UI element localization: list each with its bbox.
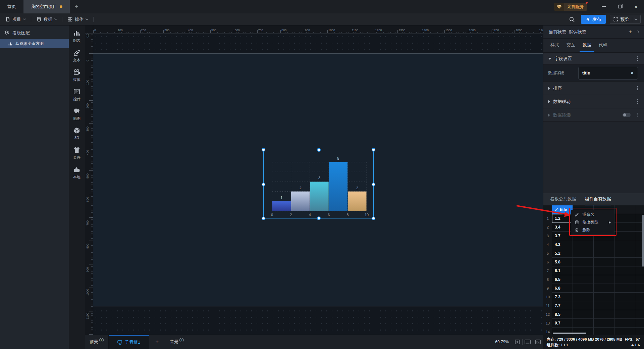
- cell-empty[interactable]: [573, 301, 594, 310]
- cell-empty[interactable]: [635, 266, 644, 275]
- section-data-linkage[interactable]: 数据联动: [543, 95, 644, 108]
- new-tab-button[interactable]: +: [70, 0, 83, 13]
- cell-empty[interactable]: [594, 284, 614, 293]
- tab-home[interactable]: 首页: [0, 0, 23, 13]
- selected-chart-component[interactable]: 123520246810: [263, 150, 374, 218]
- add-state-button[interactable]: +: [625, 29, 635, 35]
- cell-empty[interactable]: [614, 310, 635, 319]
- cell-empty[interactable]: [614, 214, 635, 223]
- cell-empty[interactable]: [594, 240, 614, 249]
- cell-title[interactable]: 7.7: [552, 301, 573, 310]
- selection-handle[interactable]: [262, 183, 265, 186]
- cell-empty[interactable]: [614, 328, 635, 335]
- console-button[interactable]: [533, 335, 543, 349]
- column-header-title[interactable]: title: [552, 205, 573, 214]
- minimize-button[interactable]: [596, 0, 612, 13]
- cell-empty[interactable]: [573, 266, 594, 275]
- cell-title[interactable]: 6.5: [552, 275, 573, 284]
- custom-service-badge[interactable]: 定制服务: [554, 3, 587, 11]
- fit-screen-button[interactable]: [512, 335, 522, 349]
- cell-title[interactable]: 1.2: [552, 214, 573, 223]
- cell-empty[interactable]: [614, 258, 635, 266]
- add-subboard-button[interactable]: +: [149, 335, 165, 349]
- data-field-input[interactable]: title ✕: [578, 67, 638, 80]
- context-menu-rename[interactable]: 重命名: [571, 211, 614, 218]
- foreground-button[interactable]: 前景 +: [85, 335, 108, 349]
- cell-empty[interactable]: [594, 301, 614, 310]
- tool-3d[interactable]: 3D: [69, 127, 85, 146]
- clear-icon[interactable]: ✕: [630, 70, 634, 76]
- cell-empty[interactable]: [573, 249, 594, 258]
- cell-title[interactable]: 5.8: [552, 258, 573, 266]
- chevron-right-icon[interactable]: [636, 31, 639, 33]
- cell-empty[interactable]: [614, 293, 635, 301]
- design-canvas[interactable]: 0100200300400500600700800900100011001200…: [85, 26, 543, 349]
- cell-empty[interactable]: [635, 328, 644, 335]
- cell-empty[interactable]: [594, 328, 614, 335]
- filter-toggle[interactable]: [623, 113, 631, 117]
- cell-empty[interactable]: [594, 275, 614, 284]
- publish-button[interactable]: 发布: [581, 15, 606, 24]
- cell-empty[interactable]: [594, 319, 614, 328]
- section-sort[interactable]: 排序: [543, 82, 644, 95]
- cell-title[interactable]: 5.2: [552, 249, 573, 258]
- cell-empty[interactable]: [635, 275, 644, 284]
- cell-empty[interactable]: [635, 319, 644, 328]
- cell-empty[interactable]: [614, 240, 635, 249]
- tool-map[interactable]: 地图: [69, 107, 85, 127]
- maximize-button[interactable]: [612, 0, 628, 13]
- cell-empty[interactable]: [594, 266, 614, 275]
- cell-title[interactable]: 9.7: [552, 319, 573, 328]
- cell-empty[interactable]: [573, 293, 594, 301]
- cell-empty[interactable]: [614, 223, 635, 232]
- cell-empty[interactable]: [635, 293, 644, 301]
- cell-empty[interactable]: [573, 284, 594, 293]
- tool-media[interactable]: 媒体: [69, 68, 85, 88]
- tab-style[interactable]: 样式: [547, 39, 562, 52]
- menu-data[interactable]: 数据: [31, 13, 62, 25]
- subboard-tab[interactable]: 子看板1: [109, 335, 149, 349]
- selection-handle[interactable]: [317, 148, 321, 152]
- menu-actions[interactable]: 操作: [62, 13, 93, 25]
- horizontal-scrollbar[interactable]: [553, 333, 586, 334]
- vertical-scrollbar[interactable]: [642, 215, 644, 267]
- tab-interaction[interactable]: 交互: [564, 39, 578, 52]
- add-background-icon[interactable]: +: [179, 338, 184, 342]
- cell-empty[interactable]: [573, 275, 594, 284]
- kebab-menu-icon[interactable]: [637, 101, 638, 102]
- tool-charts[interactable]: 图表: [69, 30, 85, 49]
- selection-handle[interactable]: [372, 148, 375, 152]
- cell-empty[interactable]: [594, 293, 614, 301]
- search-button[interactable]: [569, 16, 575, 22]
- layer-item-histogram[interactable]: 基础渐变直方图: [0, 39, 69, 48]
- selection-handle[interactable]: [317, 216, 321, 220]
- tool-kits[interactable]: 套件: [69, 146, 85, 166]
- cell-title[interactable]: 3.4: [552, 223, 573, 232]
- preview-button[interactable]: 预览: [610, 15, 641, 24]
- cell-title[interactable]: 6.1: [552, 266, 573, 275]
- cell-title[interactable]: 8.5: [552, 310, 573, 319]
- close-button[interactable]: ×: [628, 0, 644, 13]
- tab-code[interactable]: 代码: [596, 39, 610, 52]
- cell-empty[interactable]: [573, 310, 594, 319]
- cell-title[interactable]: 4.3: [552, 240, 573, 249]
- cell-empty[interactable]: [614, 232, 635, 240]
- cell-empty[interactable]: [635, 284, 644, 293]
- cell-empty[interactable]: [614, 284, 635, 293]
- cell-empty[interactable]: [594, 249, 614, 258]
- tab-data[interactable]: 数据: [580, 39, 594, 52]
- kebab-menu-icon[interactable]: [637, 58, 638, 59]
- tool-widgets[interactable]: 控件: [69, 88, 85, 107]
- kebab-menu-icon[interactable]: [637, 88, 638, 89]
- add-foreground-icon[interactable]: +: [99, 338, 104, 342]
- cell-empty[interactable]: [635, 310, 644, 319]
- tab-project[interactable]: 我的空白项目: [23, 0, 70, 13]
- selection-handle[interactable]: [372, 216, 375, 220]
- section-field-settings[interactable]: 字段设置: [543, 53, 644, 65]
- shortcut-keys-button[interactable]: [523, 335, 533, 349]
- tool-text[interactable]: 文本: [69, 49, 85, 68]
- cell-empty[interactable]: [573, 240, 594, 249]
- cell-empty[interactable]: [614, 275, 635, 284]
- cell-empty[interactable]: [594, 310, 614, 319]
- tab-component-own-data[interactable]: 组件自有数据: [585, 193, 611, 205]
